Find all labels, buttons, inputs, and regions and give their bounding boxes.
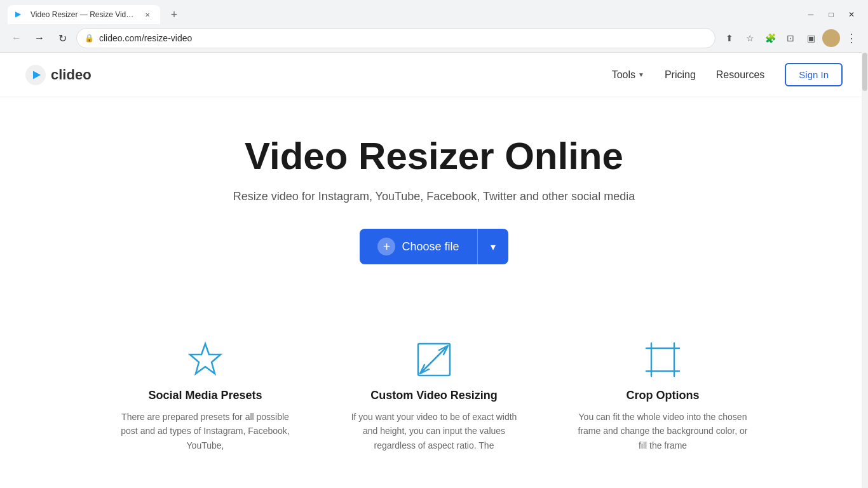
browser-scrollbar[interactable] — [862, 52, 868, 488]
chevron-down-icon: ▾ — [491, 241, 496, 253]
back-button[interactable]: ← — [8, 29, 25, 47]
choose-file-button[interactable]: + Choose file ▾ — [360, 229, 508, 264]
feature-social-media-presets-desc: There are prepared presets for all possi… — [116, 410, 294, 452]
feature-custom-video-resizing-desc: If you want your video to be of exact wi… — [345, 410, 523, 452]
scrollbar-thumb[interactable] — [862, 53, 867, 91]
tab-search-button[interactable]: ⊡ — [782, 29, 799, 47]
menu-button[interactable]: ⋮ — [843, 29, 860, 47]
logo-text: clideo — [51, 67, 92, 83]
close-button[interactable]: ✕ — [843, 6, 860, 24]
plus-icon: + — [377, 238, 395, 255]
features-section: Social Media Presets There are prepared … — [0, 328, 868, 478]
feature-crop-options: Crop Options You can fit the whole video… — [574, 341, 752, 452]
choose-file-wrapper: + Choose file ▾ — [25, 229, 843, 264]
dropdown-arrow[interactable]: ▾ — [478, 229, 508, 264]
browser-tab[interactable]: ▶ Video Resizer — Resize Video On... ✕ — [8, 5, 160, 24]
tab-close-button[interactable]: ✕ — [142, 10, 153, 20]
browser-toolbar: ← → ↻ 🔒 clideo.com/resize-video ⬆ ☆ 🧩 ⊡ … — [0, 24, 868, 52]
extensions-button[interactable]: 🧩 — [761, 29, 779, 47]
profile-avatar[interactable] — [822, 29, 840, 47]
feature-crop-options-desc: You can fit the whole video into the cho… — [574, 410, 752, 452]
maximize-button[interactable]: □ — [822, 6, 840, 24]
site-logo[interactable]: clideo — [25, 65, 92, 85]
minimize-button[interactable]: ─ — [802, 6, 820, 24]
choose-file-label: Choose file — [402, 240, 459, 254]
url-text: clideo.com/resize-video — [99, 33, 192, 43]
chevron-down-icon: ▼ — [638, 71, 644, 78]
feature-social-media-presets-title: Social Media Presets — [148, 389, 262, 402]
split-view-button[interactable]: ▣ — [802, 29, 820, 47]
svg-line-4 — [421, 347, 447, 372]
star-icon — [186, 341, 224, 379]
feature-social-media-presets: Social Media Presets There are prepared … — [116, 341, 294, 452]
hero-section: Video Resizer Online Resize video for In… — [0, 97, 868, 328]
site-navigation: clideo Tools ▼ Pricing Resources Sign In — [0, 53, 868, 97]
resources-nav-link[interactable]: Resources — [716, 69, 764, 81]
feature-crop-options-title: Crop Options — [627, 389, 700, 402]
svg-marker-2 — [190, 344, 220, 374]
tools-nav-link[interactable]: Tools ▼ — [612, 69, 644, 81]
tab-favicon: ▶ — [15, 10, 25, 20]
crop-icon — [644, 341, 682, 379]
hero-title: Video Resizer Online — [25, 135, 843, 177]
hero-subtitle: Resize video for Instagram, YouTube, Fac… — [25, 190, 843, 203]
choose-file-main[interactable]: + Choose file — [360, 229, 477, 264]
reload-button[interactable]: ↻ — [53, 29, 71, 47]
feature-custom-video-resizing: Custom Video Resizing If you want your v… — [345, 341, 523, 452]
share-button[interactable]: ⬆ — [721, 29, 738, 47]
page-content: clideo Tools ▼ Pricing Resources Sign In… — [0, 53, 868, 488]
pricing-nav-link[interactable]: Pricing — [665, 69, 696, 81]
browser-title-bar: ▶ Video Resizer — Resize Video On... ✕ +… — [0, 0, 868, 24]
svg-rect-5 — [651, 348, 674, 371]
bookmark-button[interactable]: ☆ — [741, 29, 759, 47]
address-bar[interactable]: 🔒 clideo.com/resize-video — [76, 28, 715, 48]
feature-custom-video-resizing-title: Custom Video Resizing — [370, 389, 498, 402]
toolbar-actions: ⬆ ☆ 🧩 ⊡ ▣ ⋮ — [721, 29, 860, 47]
nav-links: Tools ▼ Pricing Resources Sign In — [612, 63, 843, 86]
tab-title: Video Resizer — Resize Video On... — [31, 10, 137, 19]
lock-icon: 🔒 — [85, 34, 94, 43]
forward-button[interactable]: → — [31, 29, 48, 47]
logo-icon — [25, 65, 46, 85]
resize-icon — [415, 341, 453, 379]
browser-chrome: ▶ Video Resizer — Resize Video On... ✕ +… — [0, 0, 868, 53]
new-tab-button[interactable]: + — [165, 6, 183, 24]
sign-in-button[interactable]: Sign In — [785, 63, 843, 86]
